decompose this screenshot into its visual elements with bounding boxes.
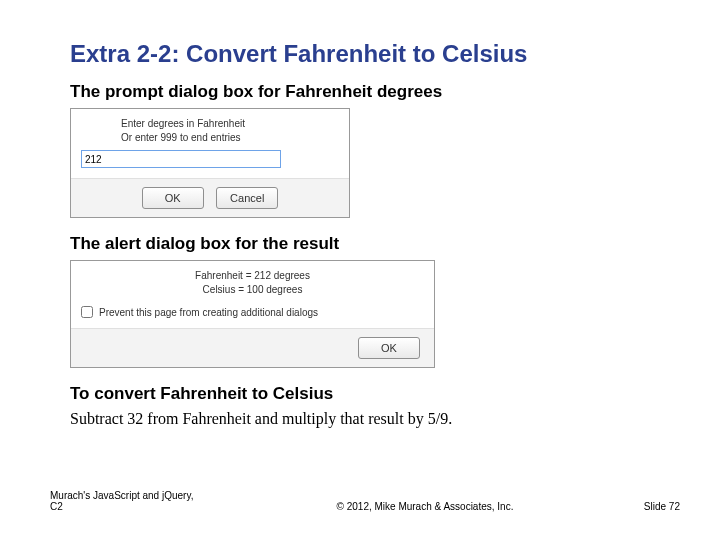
prompt-dialog: Enter degrees in Fahrenheit Or enter 999… [70, 108, 350, 218]
prompt-heading: The prompt dialog box for Fahrenheit deg… [70, 82, 670, 102]
prompt-input[interactable] [81, 150, 281, 168]
footer-right: Slide 72 [580, 501, 680, 512]
slide: Extra 2-2: Convert Fahrenheit to Celsius… [0, 0, 720, 540]
convert-heading: To convert Fahrenheit to Celsius [70, 384, 670, 404]
prompt-text-line-2: Or enter 999 to end entries [121, 131, 339, 145]
ok-button[interactable]: OK [142, 187, 204, 209]
slide-title: Extra 2-2: Convert Fahrenheit to Celsius [70, 40, 670, 68]
footer-center: © 2012, Mike Murach & Associates, Inc. [270, 501, 580, 512]
ok-button[interactable]: OK [358, 337, 420, 359]
prompt-button-bar: OK Cancel [71, 178, 349, 217]
alert-button-bar: OK [71, 328, 434, 367]
alert-dialog: Fahrenheit = 212 degrees Celsius = 100 d… [70, 260, 435, 368]
alert-heading: The alert dialog box for the result [70, 234, 670, 254]
cancel-button[interactable]: Cancel [216, 187, 278, 209]
alert-text-line-2: Celsius = 100 degrees [81, 283, 424, 297]
prevent-dialogs-label: Prevent this page from creating addition… [99, 307, 318, 318]
prevent-dialogs-checkbox[interactable] [81, 306, 93, 318]
prompt-text-line-1: Enter degrees in Fahrenheit [121, 117, 339, 131]
alert-text-line-1: Fahrenheit = 212 degrees [81, 269, 424, 283]
footer-left-line-2: C2 [50, 501, 270, 512]
convert-text: Subtract 32 from Fahrenheit and multiply… [70, 410, 670, 428]
footer-left-line-1: Murach's JavaScript and jQuery, [50, 490, 270, 501]
slide-footer: Murach's JavaScript and jQuery, C2 © 201… [0, 490, 720, 512]
